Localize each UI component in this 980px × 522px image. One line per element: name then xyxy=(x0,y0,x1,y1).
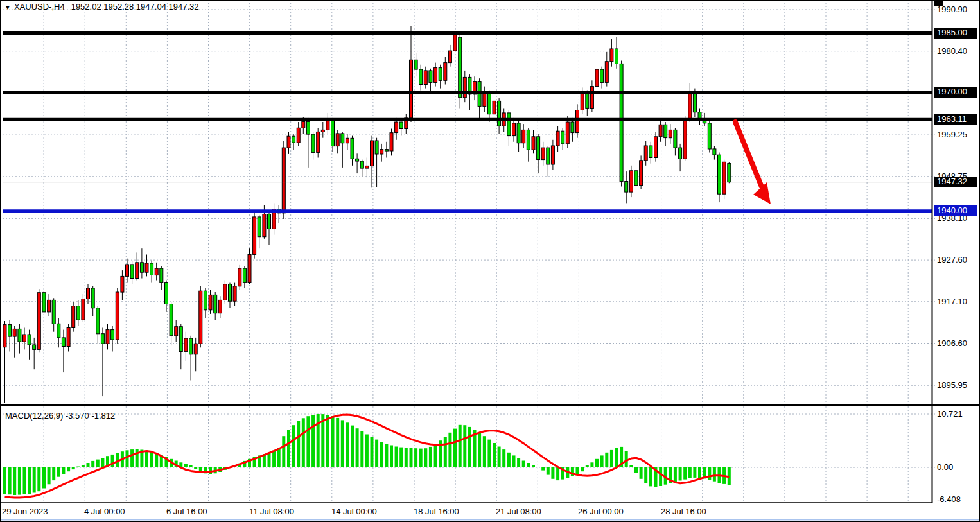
chart-canvas[interactable] xyxy=(0,0,980,522)
price-flag-1947.32: 1947.32 xyxy=(934,177,977,187)
time-label: 26 Jul 00:00 xyxy=(578,507,624,516)
price-flag-1985.00: 1985.00 xyxy=(934,28,977,39)
price-tick: 1927.60 xyxy=(937,255,967,265)
macd-tick: 0.00 xyxy=(937,462,953,472)
price-tick: 1980.40 xyxy=(937,46,967,56)
price-tick: 1917.10 xyxy=(937,297,967,306)
time-label: 14 Jul 00:00 xyxy=(331,507,377,516)
price-tick: 1959.25 xyxy=(937,130,967,139)
price-flag-1963.11: 1963.11 xyxy=(934,114,977,125)
macd-tick: 10.721 xyxy=(937,409,963,419)
time-label: 6 Jul 16:00 xyxy=(166,507,207,516)
time-label: 28 Jul 16:00 xyxy=(661,507,706,516)
macd-tick: -6.408 xyxy=(937,494,961,504)
symbol-period-label: XAUUSD-,H4 xyxy=(14,2,65,12)
price-flag-1940.00: 1940.00 xyxy=(934,205,977,216)
chart-symbol-quote: ▼XAUUSD-,H41952.02 1952.28 1947.04 1947.… xyxy=(4,2,198,12)
trading-terminal-window: ▼XAUUSD-,H41952.02 1952.28 1947.04 1947.… xyxy=(0,0,980,522)
macd-indicator-label: MACD(12,26,9) -3.570 -1.812 xyxy=(5,411,115,421)
time-label: 4 Jul 00:00 xyxy=(84,507,125,516)
symbol-dropdown-triangle-icon[interactable]: ▼ xyxy=(4,4,11,11)
time-label: 21 Jul 08:00 xyxy=(496,507,541,516)
time-label: 18 Jul 16:00 xyxy=(414,507,459,516)
price-tick: 1895.95 xyxy=(937,380,967,390)
time-label: 29 Jun 2023 xyxy=(2,507,48,516)
time-label: 11 Jul 08:00 xyxy=(249,507,294,516)
ohlc-quote-label: 1952.02 1952.28 1947.04 1947.32 xyxy=(71,2,199,12)
price-tick: 1906.60 xyxy=(937,338,967,348)
window-corner-box xyxy=(934,1,943,6)
price-flag-1970.00: 1970.00 xyxy=(934,87,977,98)
